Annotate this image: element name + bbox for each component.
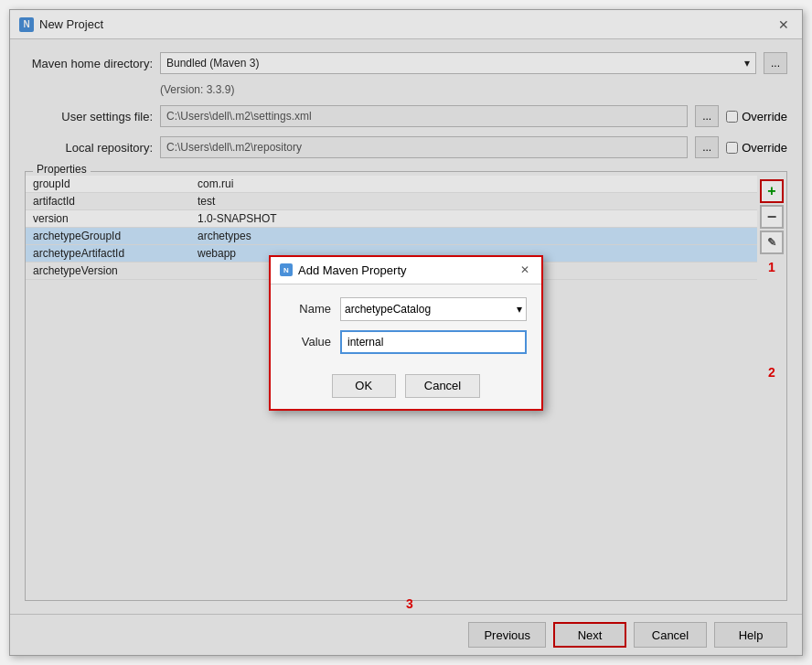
dialog-value-input[interactable]	[340, 330, 527, 354]
dialog-name-value: archetypeCatalog	[345, 303, 431, 316]
dialog-body: Name archetypeCatalog ▾ Value	[271, 284, 541, 367]
dialog-title-left: N Add Maven Property	[280, 263, 407, 277]
dialog-name-row: Name archetypeCatalog ▾	[285, 297, 527, 321]
dialog-title: Add Maven Property	[298, 263, 407, 277]
dialog-name-label: Name	[285, 302, 331, 316]
dialog-close-button[interactable]: ✕	[518, 263, 532, 277]
dialog-select-arrow-icon: ▾	[517, 303, 522, 316]
dialog-footer: OK Cancel	[271, 367, 541, 409]
add-property-dialog: N Add Maven Property ✕ Name archetypeCat…	[269, 255, 543, 411]
dialog-name-select[interactable]: archetypeCatalog ▾	[340, 297, 527, 321]
main-window: N New Project ✕ Maven home directory: Bu…	[9, 9, 803, 656]
dialog-value-label: Value	[285, 335, 331, 349]
dialog-ok-button[interactable]: OK	[332, 374, 396, 398]
dialog-value-row: Value	[285, 330, 527, 354]
dialog-app-icon: N	[280, 263, 293, 276]
dialog-cancel-button[interactable]: Cancel	[405, 374, 480, 398]
dialog-title-bar: N Add Maven Property ✕	[271, 257, 541, 284]
modal-overlay: N Add Maven Property ✕ Name archetypeCat…	[10, 10, 802, 655]
